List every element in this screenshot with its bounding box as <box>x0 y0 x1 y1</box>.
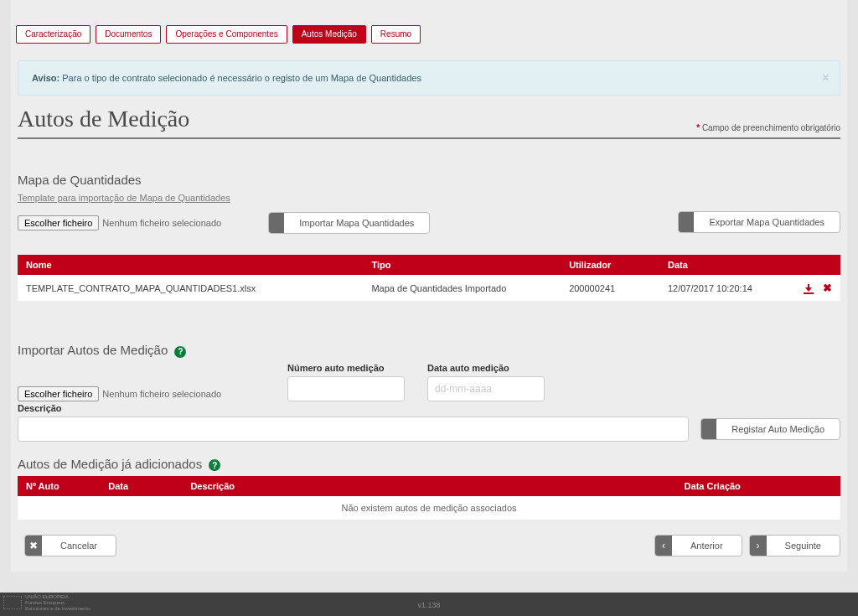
autos-added-table: Nº Auto Data Descrição Data Criação Não … <box>18 476 840 520</box>
tab-documentos[interactable]: Documentos <box>96 25 161 44</box>
chevron-left-icon: ‹ <box>655 536 672 556</box>
cancel-icon: ✖ <box>25 536 42 556</box>
eu-logo-icon <box>3 596 22 609</box>
col-data2: Data <box>100 476 182 496</box>
cell-tipo: Mapa de Quantidades Importado <box>363 275 561 301</box>
export-icon <box>679 212 694 232</box>
import-map-button[interactable]: Importar Mapa Quantidades <box>268 212 430 234</box>
col-nome: Nome <box>18 255 363 275</box>
import-autos-title: Importar Autos de Medição ? <box>18 343 840 358</box>
map-table: Nome Tipo Utilizador Data TEMPLATE_CONTR… <box>18 255 840 301</box>
empty-row: Não existem autos de medição associados <box>18 496 840 520</box>
tab-caracterizacao[interactable]: Caracterização <box>16 25 90 44</box>
previous-button[interactable]: ‹ Anterior <box>654 535 742 556</box>
alert-text: Para o tipo de contrato selecionado é ne… <box>59 73 421 83</box>
col-utilizador: Utilizador <box>561 255 659 275</box>
alert-box: Aviso: Para o tipo de contrato seleciona… <box>18 60 840 96</box>
tabs-bar: Caracterização Documentos Operações e Co… <box>11 0 847 49</box>
date-auto-input[interactable] <box>427 376 545 401</box>
num-auto-input[interactable] <box>287 376 405 401</box>
file-picker-autos: Escolher ficheiro Nenhum ficheiro seleci… <box>18 386 277 401</box>
template-link[interactable]: Template para importação de Mapa de Quan… <box>18 193 230 203</box>
next-button[interactable]: › Seguinte <box>749 535 840 556</box>
required-note: * Campo de preenchimento obrigatório <box>696 123 840 132</box>
help-icon[interactable]: ? <box>209 459 220 471</box>
footer-text: UNIÃO EUROPEIA Fundos Europeus Estrutura… <box>25 594 90 613</box>
download-icon[interactable] <box>804 284 814 294</box>
close-icon[interactable]: × <box>822 70 830 85</box>
section-mapa-quantidades: Mapa de Quantidades Template para import… <box>18 173 840 301</box>
cancel-button[interactable]: ✖ Cancelar <box>24 535 116 556</box>
section-import-autos: Importar Autos de Medição ? Escolher fic… <box>18 343 840 442</box>
bottom-nav: ✖ Cancelar ‹ Anterior › Seguinte <box>18 535 840 556</box>
col-desc: Descrição <box>182 476 675 496</box>
tab-operacoes[interactable]: Operações e Componentes <box>166 25 287 44</box>
date-auto-label: Data auto medição <box>427 363 561 373</box>
tab-resumo[interactable]: Resumo <box>371 25 421 44</box>
autos-added-title: Autos de Medição já adicionados ? <box>18 457 840 472</box>
col-data-criacao: Data Criação <box>676 476 840 496</box>
tab-autos-medicao[interactable]: Autos Medição <box>292 25 366 44</box>
desc-label: Descrição <box>18 403 840 413</box>
register-icon <box>701 419 716 439</box>
map-section-title: Mapa de Quantidades <box>18 173 840 187</box>
empty-message: Não existem autos de medição associados <box>18 496 840 520</box>
col-nauto: Nº Auto <box>18 476 100 496</box>
register-auto-button[interactable]: Registar Auto Medição <box>700 418 840 440</box>
col-data: Data <box>659 255 791 275</box>
alert-bold: Aviso: <box>32 73 59 83</box>
file-status-autos: Nenhum ficheiro selecionado <box>102 389 221 399</box>
choose-file-autos-button[interactable]: Escolher ficheiro <box>18 386 99 401</box>
export-map-button[interactable]: Exportar Mapa Quantidades <box>678 211 840 233</box>
desc-input[interactable] <box>18 417 689 442</box>
section-autos-added: Autos de Medição já adicionados ? Nº Aut… <box>18 457 840 520</box>
chevron-right-icon: › <box>750 536 767 556</box>
num-auto-label: Número auto medição <box>287 363 417 373</box>
cell-utilizador: 200000241 <box>561 275 659 301</box>
help-icon[interactable]: ? <box>174 346 186 358</box>
delete-icon[interactable]: ✖ <box>823 282 832 294</box>
page-title: Autos de Medição <box>18 106 189 132</box>
cell-data: 12/07/2017 10:20:14 <box>659 275 791 301</box>
import-icon <box>269 213 284 233</box>
footer: UNIÃO EUROPEIA Fundos Europeus Estrutura… <box>0 593 858 616</box>
table-row: TEMPLATE_CONTRATO_MAPA_QUANTIDADES1.xlsx… <box>18 275 840 301</box>
col-tipo: Tipo <box>363 255 561 275</box>
version-text: v1.138 <box>417 601 440 609</box>
cell-nome: TEMPLATE_CONTRATO_MAPA_QUANTIDADES1.xlsx <box>18 275 363 301</box>
